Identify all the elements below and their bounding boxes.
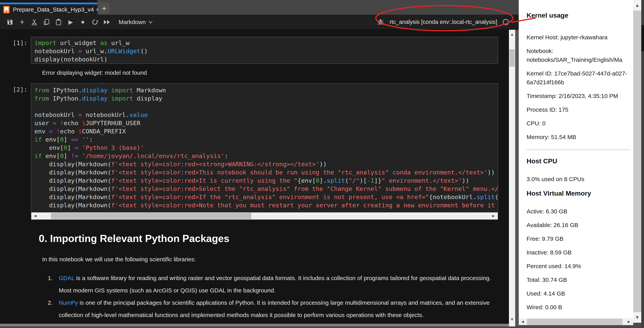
panel-horizontal-scrollbar[interactable]: ◄ ► (519, 319, 633, 325)
scroll-up-icon[interactable]: ▲ (633, 0, 641, 10)
window-bottom-edge (0, 327, 644, 328)
code-editor[interactable]: import url_widget as url_wnotebookUrl = … (31, 37, 498, 64)
cell-1-output: Error displaying widget: model not found (42, 69, 509, 77)
code-editor[interactable]: from IPython.display import Markdownfrom… (31, 83, 498, 220)
panel-stat-row: Memory: 51.54 MB (526, 133, 630, 141)
panel-stat-row: Kernel ID: 17ce7bad-5027-447d-a027-6a7d2… (526, 69, 630, 87)
code-line: import url_widget as url_w (34, 39, 498, 47)
panel-divider-line (526, 150, 630, 150)
scrollbar-thumb[interactable] (633, 10, 641, 312)
restart-run-all-icon[interactable] (101, 16, 113, 28)
tab-prepare-data-stack[interactable]: Prepare_Data_Stack_Hyp3_v4 × (0, 2, 97, 15)
panel-vertical-scrollbar[interactable]: ▲ ▼ (633, 0, 641, 328)
markdown-list: 1.GDAL is a software library for reading… (0, 272, 509, 321)
cut-icon[interactable] (28, 16, 40, 28)
run-cell-icon[interactable]: ▶ (64, 16, 77, 28)
scrollbar-thumb[interactable] (641, 25, 644, 51)
scroll-down-icon[interactable]: ▼ (509, 315, 515, 324)
list-item-number: 2. (48, 297, 53, 309)
scrollbar-thumb[interactable] (527, 319, 622, 325)
tab-title: Prepare_Data_Stack_Hyp3_v4 (13, 6, 94, 13)
panel-stat-row: Notebook: notebooks/SAR_Training/English… (526, 46, 630, 64)
code-line: display(Markdown(f'<text style=color:red… (34, 160, 498, 168)
code-cell-2[interactable]: [2]: from IPython.display import Markdow… (0, 83, 509, 220)
notebook-icon (3, 6, 10, 13)
panel-stat-row: Total: 30.74 GB (526, 275, 630, 284)
panel-stat-row: Kernel Host: jupyter-rkawahara (526, 33, 630, 42)
list-item-text: is a software library for reading and wr… (59, 275, 491, 294)
chevron-down-icon (148, 21, 153, 23)
code-line: notebookUrl = notebookUrl.value (34, 111, 498, 119)
code-line: display(Markdown(f'<text style=color:red… (34, 168, 498, 176)
scroll-left-icon[interactable]: ◄ (32, 212, 39, 219)
code-line: display(Markdown(f'<text style=color:red… (34, 193, 498, 201)
copy-icon[interactable] (40, 16, 52, 28)
jupyterlab-window: Prepare_Data_Stack_Hyp3_v4 × + + ▶ ■ (0, 0, 644, 328)
panel-stat-row: Active: 6.30 GB (526, 207, 630, 216)
scrollbar-thumb[interactable] (509, 49, 515, 66)
code-line (34, 102, 498, 111)
panel-title: Kernel usage (526, 10, 630, 20)
interrupt-kernel-icon[interactable]: ■ (77, 16, 89, 28)
panel-stat-row: CPU: 0 (526, 119, 630, 128)
panel-stat-row: Free: 9.79 GB (526, 234, 630, 243)
kernel-switcher[interactable]: rtc_analysis [conda env:.local-rtc_analy… (390, 19, 497, 25)
scroll-down-icon[interactable]: ▼ (633, 312, 641, 323)
cell-type-value: Markdown (118, 19, 146, 25)
new-tab-button[interactable]: + (98, 3, 110, 14)
code-cell-1[interactable]: [1]: import url_widget as url_wnotebookU… (0, 37, 509, 64)
save-button[interactable] (4, 16, 16, 28)
notebook-toolbar: + ▶ ■ Markdown (0, 15, 519, 30)
panel-section-heading: Host Virtual Memory (526, 189, 630, 198)
window-vertical-scrollbar[interactable] (641, 0, 644, 328)
scroll-right-icon[interactable]: ► (490, 212, 497, 219)
code-line: user = !echo $JUPYTERHUB_USER (34, 119, 498, 127)
code-line: if env[0] == '': (34, 135, 498, 144)
markdown-intro: In this notebook we will use the followi… (42, 256, 509, 263)
panel-stat-row: Percent used: 14.9% (526, 262, 630, 271)
panel-divider (515, 30, 519, 328)
restart-kernel-icon[interactable] (89, 16, 101, 28)
notebook-scroll-area: [1]: import url_widget as url_wnotebookU… (0, 30, 509, 328)
library-link[interactable]: NumPy (59, 300, 78, 306)
execution-prompt: [1]: (0, 37, 31, 64)
library-link[interactable]: GDAL (59, 275, 74, 281)
list-item-text: is one of the principal packages for sci… (59, 300, 490, 318)
kernel-status-icon[interactable] (502, 18, 509, 26)
scroll-right-icon[interactable]: ► (626, 319, 632, 325)
panel-stat-row: 3.0% used on 8 CPUs (526, 175, 630, 183)
scroll-up-icon[interactable]: ▲ (509, 30, 515, 39)
code-line: display(Markdown(f'<text style=color:red… (34, 201, 498, 209)
debugger-bug-icon[interactable] (378, 19, 384, 25)
code-line: display(Markdown(f'<text style=color:red… (34, 185, 498, 193)
panel-section-heading: Host CPU (526, 156, 630, 166)
list-item: 2.NumPy is one of the principal packages… (59, 297, 497, 321)
paste-icon[interactable] (52, 16, 64, 28)
notebook-vertical-scrollbar[interactable]: ▲ ▼ (509, 30, 515, 328)
insert-cell-icon[interactable]: + (16, 16, 28, 28)
code-line: if env[0] != '/home/jovyan/.local/envs/r… (34, 152, 498, 160)
scrollbar-thumb[interactable] (51, 213, 251, 219)
cell-type-dropdown[interactable]: Markdown (118, 19, 153, 25)
panel-stat-row: Process ID: 175 (526, 105, 630, 114)
list-item: 1.GDAL is a software library for reading… (59, 272, 497, 297)
markdown-heading: 0. Importing Relevant Python Packages (39, 232, 509, 245)
scroll-left-icon[interactable]: ◄ (519, 319, 526, 325)
code-line: env = !echo $CONDA_PREFIX (34, 127, 498, 135)
panel-stat-row: Available: 26.16 GB (526, 221, 630, 229)
kernel-usage-panel: Kernel usage Kernel Host: jupyter-rkawah… (519, 0, 633, 328)
execution-prompt: [2]: (0, 83, 31, 220)
list-item-number: 1. (48, 272, 53, 284)
notebook-area: Prepare_Data_Stack_Hyp3_v4 × + + ▶ ■ (0, 0, 519, 328)
code-line: notebookUrl = url_w.URLWidget() (34, 47, 498, 55)
code-line: env[0] = 'Python 3 (base)' (34, 144, 498, 152)
panel-stat-row: Inactive: 8.59 GB (526, 248, 630, 257)
code-line: display(notebookUrl) (34, 55, 498, 63)
panel-stat-row: Wired: 0.00 B (526, 303, 630, 312)
cell-horizontal-scrollbar[interactable]: ◄ ► (31, 212, 498, 219)
code-line: from IPython.display import Markdown (34, 86, 498, 94)
panel-stat-row: Timestamp: 2/16/2023, 4:35:10 PM (526, 91, 630, 100)
tab-bar: Prepare_Data_Stack_Hyp3_v4 × + (0, 0, 519, 15)
code-line: display(Markdown(f'<text style=color:red… (34, 176, 498, 185)
code-line: from IPython.display import display (34, 94, 498, 102)
